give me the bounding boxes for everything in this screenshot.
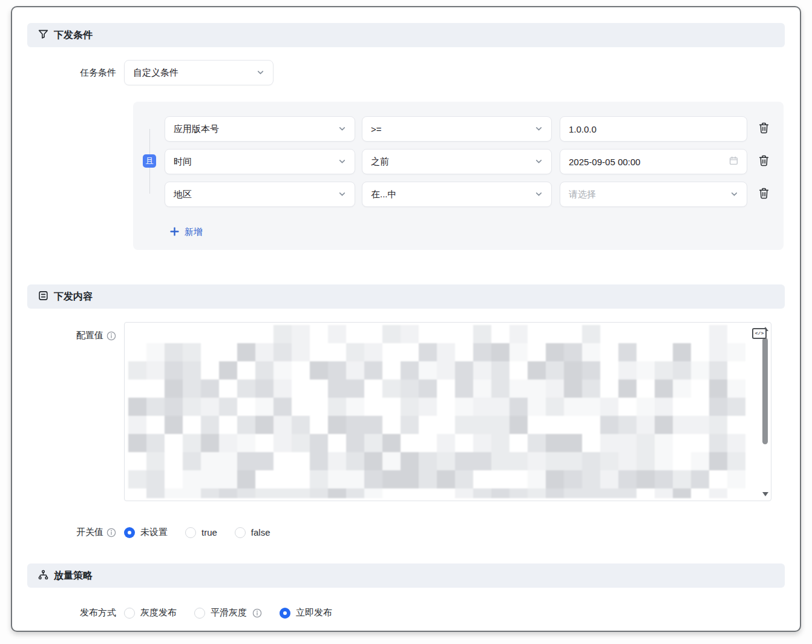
radio-option-immediate-release[interactable]: 立即发布	[280, 607, 332, 619]
add-condition-label: 新增	[185, 226, 203, 238]
task-condition-select[interactable]: 自定义条件	[124, 60, 273, 85]
radio-icon[interactable]	[124, 527, 135, 538]
trash-icon	[759, 188, 769, 201]
radio-label: true	[201, 527, 217, 537]
condition-field-select[interactable]: 地区	[165, 182, 355, 207]
condition-field-value: 地区	[174, 189, 338, 200]
publish-mode-radio-group: 灰度发布 平滑灰度 立即发布	[124, 607, 332, 619]
condition-row: 地区 在...中 请选择	[165, 182, 770, 207]
scrollbar-thumb[interactable]	[762, 338, 768, 444]
condition-operator-select[interactable]: 之前	[362, 149, 552, 174]
publish-mode-label: 发布方式	[80, 607, 116, 619]
section-title-content: 下发内容	[54, 291, 93, 303]
section-header-strategy: 放量策略	[27, 564, 785, 588]
switch-value-label: 开关值	[76, 527, 103, 538]
condition-field-select[interactable]: 时间	[165, 149, 355, 174]
delete-condition-button[interactable]	[757, 122, 770, 136]
sitemap-icon	[38, 570, 48, 582]
radio-option-false[interactable]: false	[235, 527, 270, 538]
radio-option-gray-release[interactable]: 灰度发布	[124, 607, 177, 619]
condition-operator-select[interactable]: >=	[362, 116, 552, 142]
section-header-conditions: 下发条件	[27, 23, 785, 47]
condition-value-placeholder: 请选择	[569, 189, 730, 200]
filter-icon	[38, 29, 48, 42]
logic-column: 且	[133, 116, 165, 238]
condition-operator-select[interactable]: 在...中	[362, 182, 552, 207]
condition-date-picker[interactable]: 2025-09-05 00:00	[560, 149, 747, 174]
radio-label: 未设置	[140, 527, 168, 538]
condition-rows: 应用版本号 >=	[165, 116, 770, 238]
info-icon[interactable]	[106, 331, 116, 341]
radio-label: 平滑灰度	[211, 607, 247, 619]
condition-value-input[interactable]	[569, 124, 738, 134]
info-icon[interactable]	[252, 608, 262, 618]
document-icon	[38, 291, 48, 303]
condition-value-input-wrap	[560, 116, 747, 142]
radio-option-smooth-gray[interactable]: 平滑灰度	[194, 607, 262, 619]
settings-card: 下发条件 任务条件 自定义条件 且 应用版本号 >=	[11, 6, 801, 632]
scrollbar-down-arrow-icon[interactable]	[762, 492, 768, 496]
delete-condition-button[interactable]	[757, 187, 770, 202]
condition-operator-value: 之前	[371, 156, 535, 168]
chevron-down-icon	[535, 189, 543, 200]
radio-label: false	[251, 527, 270, 537]
radio-icon[interactable]	[124, 608, 135, 619]
task-condition-label: 任务条件	[12, 67, 124, 79]
chevron-down-icon	[338, 157, 346, 167]
radio-icon[interactable]	[185, 527, 196, 538]
code-icon[interactable]: </>	[752, 328, 767, 339]
logic-and-badge: 且	[143, 154, 156, 168]
condition-field-select[interactable]: 应用版本号	[165, 116, 355, 142]
chevron-down-icon	[535, 157, 543, 167]
task-condition-value: 自定义条件	[133, 67, 257, 79]
plus-icon	[170, 227, 179, 238]
section-header-content: 下发内容	[27, 284, 785, 309]
condition-operator-value: 在...中	[371, 189, 535, 200]
section-title-conditions: 下发条件	[54, 29, 93, 42]
radio-label: 立即发布	[296, 607, 332, 619]
chevron-down-icon	[257, 68, 264, 78]
condition-row: 应用版本号 >=	[165, 116, 770, 142]
radio-icon[interactable]	[194, 608, 205, 619]
chevron-down-icon	[730, 189, 738, 200]
condition-date-value: 2025-09-05 00:00	[569, 157, 729, 167]
radio-label: 灰度发布	[140, 607, 177, 619]
calendar-icon	[729, 156, 738, 167]
editor-scrollbar[interactable]	[761, 326, 770, 498]
add-condition-button[interactable]: 新增	[170, 226, 770, 238]
condition-field-value: 时间	[174, 156, 338, 168]
radio-icon[interactable]	[235, 527, 246, 538]
redacted-config-content	[128, 325, 758, 498]
config-value-editor[interactable]: </>	[124, 322, 771, 501]
config-value-label: 配置值	[76, 330, 103, 341]
condition-operator-value: >=	[371, 124, 535, 134]
info-icon[interactable]	[106, 528, 116, 537]
condition-row: 时间 之前 2025-09-05 00:00	[165, 149, 770, 174]
chevron-down-icon	[338, 124, 346, 134]
radio-option-unset[interactable]: 未设置	[124, 527, 168, 538]
condition-field-value: 应用版本号	[174, 123, 338, 135]
condition-group-panel: 且 应用版本号 >=	[133, 102, 784, 250]
radio-icon[interactable]	[280, 608, 290, 619]
trash-icon	[759, 155, 769, 168]
section-title-strategy: 放量策略	[54, 570, 93, 582]
switch-value-radio-group: 未设置 true false	[124, 527, 270, 538]
chevron-down-icon	[535, 124, 543, 134]
radio-option-true[interactable]: true	[185, 527, 217, 538]
condition-value-select[interactable]: 请选择	[560, 182, 747, 207]
delete-condition-button[interactable]	[757, 154, 770, 169]
trash-icon	[759, 122, 769, 136]
chevron-down-icon	[338, 189, 346, 200]
